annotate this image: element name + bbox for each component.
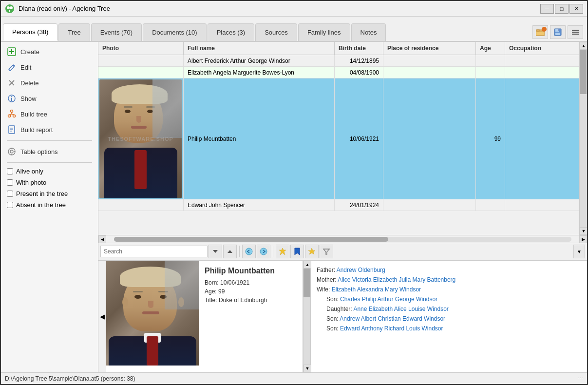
- sidebar-divider: [7, 140, 92, 141]
- cell-residence: [383, 67, 476, 78]
- hscroll-left-arrow[interactable]: ◀: [98, 235, 106, 243]
- svg-point-39: [246, 248, 252, 255]
- cell-age: [476, 55, 505, 67]
- sidebar-item-build-report[interactable]: Build report: [1, 122, 98, 137]
- app-icon: [5, 4, 15, 14]
- bottom-scroll-thumb[interactable]: [303, 269, 310, 297]
- tab-notes[interactable]: Notes: [351, 23, 386, 41]
- checkbox-alive-only[interactable]: Alive only: [1, 166, 98, 177]
- son1-link[interactable]: Charles Philip Arthur George Windsor: [340, 296, 437, 303]
- nav-down-button[interactable]: [209, 245, 222, 258]
- checkbox-present-in-tree[interactable]: Present in the tree: [1, 188, 98, 199]
- relations-panel: Father: Andrew Oldenburg Mother: Alice V…: [311, 261, 587, 372]
- wife-link[interactable]: Elizabeth Alexandra Mary Windsor: [332, 286, 421, 293]
- show-icon: [7, 94, 17, 103]
- checkbox-alive-only-input[interactable]: [7, 168, 13, 174]
- table-row[interactable]: Albert Frederick Arthur George Windsor 1…: [98, 55, 579, 67]
- col-fullname: Full name: [184, 42, 335, 55]
- tab-sources[interactable]: Sources: [255, 23, 297, 41]
- star-button[interactable]: [305, 245, 319, 258]
- cell-photo-philip: THESOFTWARE.SHOP: [98, 78, 184, 199]
- sidebar-item-table-options[interactable]: Table options: [1, 144, 98, 159]
- scroll-thumb[interactable]: [580, 50, 587, 94]
- svg-rect-13: [572, 34, 579, 35]
- close-button[interactable]: ✕: [569, 4, 583, 14]
- svg-line-27: [9, 114, 12, 115]
- tab-bar: Persons (38) Tree Events (70) Documents …: [1, 17, 587, 42]
- table-vscrollbar[interactable]: ▲ ▼: [579, 42, 587, 235]
- bottom-person-photo: [106, 261, 199, 372]
- relation-son2: Son: Andrew Albert Christian Edward Wind…: [326, 315, 581, 322]
- filter-button[interactable]: [320, 245, 333, 258]
- father-link[interactable]: Andrew Oldenburg: [337, 267, 385, 273]
- tab-events[interactable]: Events (70): [91, 23, 142, 41]
- maximize-button[interactable]: □: [555, 4, 569, 14]
- bottom-scroll-down[interactable]: ▼: [303, 365, 311, 372]
- sidebar-item-edit[interactable]: Edit: [1, 59, 98, 75]
- checkbox-with-photo[interactable]: With photo: [1, 177, 98, 188]
- table-area: Photo Full name Birth date Place of resi…: [98, 42, 587, 243]
- svg-rect-12: [572, 32, 579, 33]
- table-row-selected[interactable]: THESOFTWARE.SHOP Philip Mountbatten 10/0…: [98, 78, 579, 199]
- detail-born: Born: 10/06/1921: [205, 279, 297, 286]
- detail-person-name: Philip Mountbatten: [205, 267, 297, 275]
- checkbox-with-photo-input[interactable]: [7, 179, 13, 186]
- hscroll-right-arrow[interactable]: ▶: [579, 235, 587, 243]
- tab-places[interactable]: Places (3): [208, 23, 255, 41]
- table-row[interactable]: Edward John Spencer 24/01/1924: [98, 199, 579, 211]
- tab-family-lines[interactable]: Family lines: [298, 23, 350, 41]
- bottom-scroll-up[interactable]: ▲: [303, 261, 311, 269]
- nav-forward-button[interactable]: [257, 245, 270, 258]
- hscroll-thumb[interactable]: [114, 237, 388, 242]
- panel-scroll-left[interactable]: ◀: [98, 261, 106, 372]
- cell-occupation: [505, 199, 579, 211]
- search-input[interactable]: [100, 246, 208, 257]
- sidebar-item-show[interactable]: Show: [1, 91, 98, 106]
- scroll-track[interactable]: [580, 50, 587, 227]
- cell-occupation: [505, 55, 579, 67]
- sidebar-item-create[interactable]: Create: [1, 44, 98, 59]
- window-title: Diana (read only) - Agelong Tree: [19, 5, 540, 12]
- save-button[interactable]: [550, 25, 566, 39]
- nav-back-button[interactable]: [242, 245, 256, 258]
- minimize-button[interactable]: ─: [540, 4, 554, 14]
- cell-occupation-philip: [505, 78, 579, 199]
- cell-birthdate: 14/12/1895: [335, 55, 383, 67]
- table-hscrollbar[interactable]: ◀ ▶: [98, 235, 587, 243]
- cell-photo: [98, 199, 184, 211]
- son2-link[interactable]: Andrew Albert Christian Edward Windsor: [340, 315, 445, 322]
- menu-button[interactable]: [568, 25, 583, 39]
- hscroll-track[interactable]: [114, 237, 571, 242]
- bookmark-button[interactable]: [290, 245, 304, 258]
- sidebar-item-build-tree[interactable]: Build tree: [1, 106, 98, 122]
- nav-up-button[interactable]: [223, 245, 237, 258]
- svg-rect-3: [9, 10, 10, 12]
- svg-point-24: [8, 115, 11, 117]
- bottom-vscrollbar[interactable]: ▲ ▼: [303, 261, 311, 372]
- son3-link[interactable]: Edward Anthony Richard Louis Windsor: [340, 325, 443, 332]
- svg-point-1: [7, 6, 10, 9]
- tab-persons[interactable]: Persons (38): [3, 23, 57, 41]
- daughter1-link[interactable]: Anne Elizabeth Alice Louise Windsor: [353, 306, 448, 312]
- checkbox-absent-in-tree-input[interactable]: [7, 202, 13, 208]
- tab-tree[interactable]: Tree: [58, 23, 90, 41]
- mother-link[interactable]: Alice Victoria Elizabeth Julia Mary Batt…: [338, 276, 455, 283]
- table-row[interactable]: Elizabeth Angela Marguerite Bowes-Lyon 0…: [98, 67, 579, 78]
- sidebar-item-delete[interactable]: Delete: [1, 75, 98, 91]
- panel-expand-button[interactable]: ▼: [573, 245, 585, 258]
- pin-button[interactable]: [276, 245, 289, 258]
- folder-button[interactable]: [532, 25, 548, 39]
- cell-age-philip: 99: [476, 78, 505, 199]
- svg-point-33: [8, 148, 15, 155]
- checkbox-absent-in-tree[interactable]: Absent in the tree: [1, 199, 98, 211]
- relation-son1: Son: Charles Philip Arthur George Windso…: [326, 296, 581, 303]
- cell-age: [476, 199, 505, 211]
- detail-title: Title: Duke of Edinburgh: [205, 297, 297, 304]
- status-right: ⋯: [578, 375, 583, 382]
- tab-documents[interactable]: Documents (10): [143, 23, 206, 41]
- scroll-up-arrow[interactable]: ▲: [580, 42, 587, 50]
- cell-fullname: Albert Frederick Arthur George Windsor: [184, 55, 335, 67]
- bottom-scroll-track[interactable]: [303, 269, 310, 365]
- checkbox-present-in-tree-input[interactable]: [7, 191, 13, 197]
- scroll-down-arrow[interactable]: ▼: [580, 227, 587, 235]
